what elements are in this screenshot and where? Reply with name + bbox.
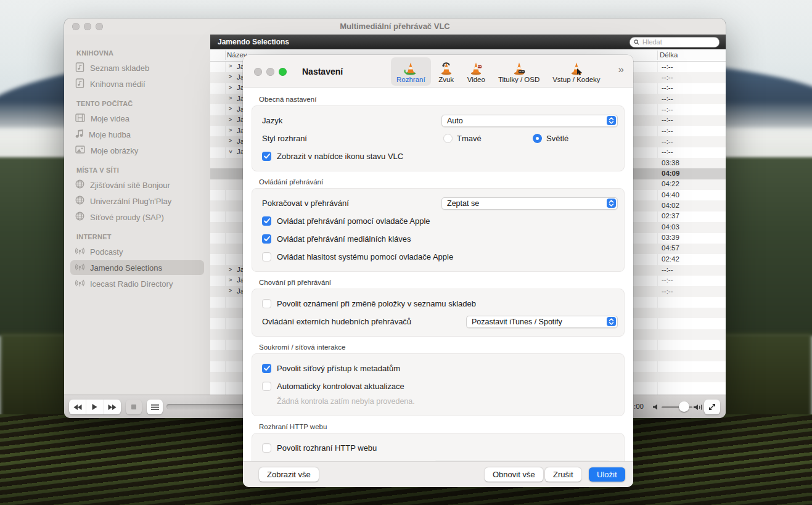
disclosure-triangle-icon[interactable]: > (229, 105, 232, 112)
tabs-overflow-icon[interactable]: » (618, 64, 624, 76)
save-button[interactable]: Uložit (589, 467, 625, 482)
checkbox-unchecked-icon[interactable] (262, 252, 271, 261)
volume-high-icon (694, 404, 702, 411)
setting-row-heslo: Heslo (262, 457, 614, 461)
disclosure-triangle-icon[interactable]: > (229, 84, 232, 91)
checkbox-unchecked-icon[interactable] (262, 299, 271, 308)
sidebar-item-knihovna-m-di-[interactable]: Knihovna médií (70, 76, 204, 91)
sidebar-item-label: Moje videa (91, 114, 129, 123)
update-status-note: Žádná kontrola zatím nebyla provedena. (262, 395, 614, 408)
sidebar-item-label: Síťové proudy (SAP) (90, 213, 164, 222)
dropdown-jazyk[interactable]: Auto (441, 115, 618, 127)
cancel-button[interactable]: Zrušit (545, 467, 581, 482)
minimize-button[interactable] (266, 68, 274, 76)
disclosure-triangle-icon[interactable]: > (229, 287, 232, 294)
playlist-toggle-button[interactable] (147, 400, 163, 414)
play-button[interactable] (86, 400, 103, 414)
sidebar-item-seznam-skladeb[interactable]: Seznam skladeb (70, 60, 204, 75)
dropdown-ovl-d-n-extern-ch-hudebn-ch-p-ehr-va-[interactable]: Pozastavit iTunes / Spotify (466, 316, 618, 328)
disclosure-triangle-icon[interactable]: > (229, 117, 232, 123)
stop-icon (131, 404, 136, 409)
sidebar-item-s-ov-proudy-sap-[interactable]: Síťové proudy (SAP) (70, 210, 204, 224)
checkbox-checked-icon[interactable] (262, 216, 271, 226)
setting-row-ovl-d-n-extern-ch-hudebn-ch-p-ehr-va-: Ovládání externích hudebních přehrávačůP… (262, 313, 614, 331)
tab-rozhran-[interactable]: Rozhraní (391, 57, 431, 86)
fullscreen-button[interactable] (704, 400, 720, 414)
row-duration: --:-- (662, 287, 673, 295)
close-button[interactable] (254, 68, 262, 76)
row-duration: --:-- (662, 73, 673, 81)
sidebar-item-zji-ov-n-s-t-bonjour[interactable]: Zjišťování sítě Bonjour (70, 178, 204, 192)
disclosure-triangle-icon[interactable]: > (229, 63, 232, 69)
sidebar-item-label: Moje hudba (89, 130, 131, 139)
tab-label: Vstup / Kodeky (552, 76, 600, 83)
dropdown-pokra-ovat-v-p-ehr-v-n-[interactable]: Zeptat se (441, 197, 618, 210)
tab-zvuk[interactable]: Zvuk (433, 57, 460, 86)
volume-control (653, 400, 702, 414)
disclosure-triangle-icon[interactable]: > (229, 138, 232, 144)
playlist-toggle-icon (151, 404, 159, 410)
rewind-button[interactable] (69, 400, 86, 414)
music-note-icon (75, 129, 83, 140)
settings-section-box: Povolit oznámení při změně položky v sez… (252, 289, 625, 337)
checkbox-label: Povolit rozhraní HTTP webu (277, 443, 377, 453)
sidebar-item-label: Moje obrázky (91, 146, 138, 155)
sidebar-item-univerz-ln-plug-n-play[interactable]: Univerzální Plug'n'Play (70, 194, 204, 208)
checkbox-label: Ovládat přehrávání pomocí ovladače Apple (277, 216, 430, 226)
play-icon (92, 404, 97, 410)
sidebar-item-moje-obr-zky[interactable]: Moje obrázky (70, 143, 204, 158)
volume-slider-knob[interactable] (679, 401, 689, 412)
sidebar-item-icecast-radio-directory[interactable]: Icecast Radio Directory (70, 276, 204, 291)
disclosure-triangle-icon[interactable]: > (229, 127, 232, 133)
tab-label: Zvuk (438, 76, 454, 83)
setting-checkbox-row: Povolit síťový přístup k metadatům (262, 359, 614, 377)
checkbox-checked-icon[interactable] (262, 364, 271, 373)
tab-video[interactable]: Video (462, 57, 491, 86)
checkbox-unchecked-icon[interactable] (262, 443, 271, 453)
zoom-button[interactable] (279, 68, 287, 76)
settings-section-title: Ovládání přehrávání (259, 178, 625, 186)
rewind-icon (73, 404, 82, 410)
disclosure-triangle-icon[interactable]: > (228, 150, 234, 153)
row-duration: --:-- (662, 105, 673, 113)
column-header-duration[interactable]: Délka (660, 51, 678, 59)
sidebar-item-moje-hudba[interactable]: Moje hudba (70, 127, 204, 142)
settings-titlebar[interactable]: Nastavení Rozhraní Zvuk Video Titulky / … (243, 55, 633, 88)
row-duration: --:-- (662, 138, 673, 145)
checkbox-checked-icon[interactable] (262, 234, 271, 244)
setting-row-jazyk: JazykAuto (262, 112, 614, 129)
search-input[interactable]: Hledat (630, 37, 720, 47)
checkbox-unchecked-icon[interactable] (262, 382, 271, 391)
sidebar-item-label: Icecast Radio Directory (90, 279, 173, 289)
row-duration: 04:09 (662, 170, 679, 177)
vlc-cone-audio-icon (438, 61, 454, 76)
sidebar-item-moje-videa[interactable]: Moje videa (70, 111, 204, 126)
settings-dialog-title: Nastavení (302, 67, 343, 76)
settings-dialog: Nastavení Rozhraní Zvuk Video Titulky / … (243, 55, 633, 487)
tab-titulky-osd[interactable]: Titulky / OSD (493, 57, 545, 86)
sidebar-item-podcasty[interactable]: Podcasty (70, 244, 204, 259)
time-remaining-label: :00 (634, 403, 644, 410)
search-placeholder: Hledat (642, 38, 662, 46)
disclosure-triangle-icon[interactable]: > (229, 266, 232, 273)
globe-icon (75, 211, 84, 223)
reset-all-button[interactable]: Obnovit vše (485, 467, 543, 482)
sidebar-item-label: Univerzální Plug'n'Play (90, 197, 171, 206)
disclosure-triangle-icon[interactable]: > (229, 95, 232, 101)
row-duration: 04:57 (662, 244, 679, 252)
forward-button[interactable] (104, 400, 121, 414)
radio-unselected-icon[interactable] (443, 134, 453, 143)
vlc-cone-subtitles-icon (511, 61, 527, 76)
sidebar-item-jamendo-selections[interactable]: Jamendo Selections (70, 260, 204, 275)
radio-selected-icon[interactable] (533, 134, 542, 143)
checkbox-checked-icon[interactable] (262, 152, 271, 161)
disclosure-triangle-icon[interactable]: > (229, 73, 232, 80)
stop-button[interactable] (126, 400, 142, 414)
tab-vstup-kodeky[interactable]: Vstup / Kodeky (547, 57, 605, 86)
disclosure-triangle-icon[interactable]: > (229, 277, 232, 283)
window-titlebar[interactable]: Multimediální přehrávač VLC (64, 18, 726, 35)
radio-option-tmav-[interactable]: Tmavé (443, 134, 482, 143)
search-icon (634, 39, 639, 45)
show-all-button[interactable]: Zobrazit vše (259, 467, 319, 482)
radio-option-sv-tl-[interactable]: Světlé (533, 134, 568, 143)
